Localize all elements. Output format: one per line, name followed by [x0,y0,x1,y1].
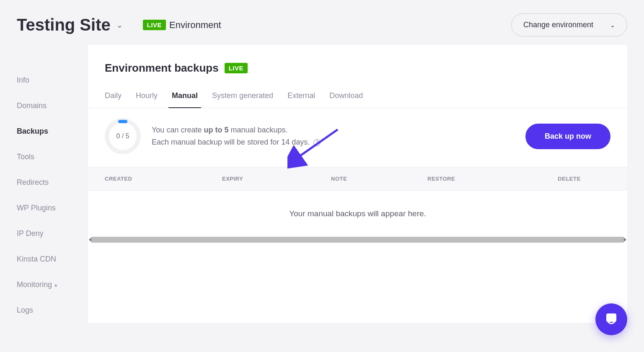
sidebar-item-redirects[interactable]: Redirects [17,170,75,195]
sidebar-item-label: Backups [17,127,48,136]
backups-card: Environment backups LIVE Daily Hourly Ma… [88,45,627,323]
tab-label: Manual [172,91,198,100]
sidebar: Info Domains Backups Tools Redirects WP … [17,45,75,323]
environment-indicator: LIVE Environment [143,20,221,31]
button-label: Back up now [545,132,591,140]
site-title-text: Testing Site [17,16,111,34]
tab-label: System generated [212,91,273,100]
chat-icon [604,312,619,327]
chevron-down-icon: ⌄ [610,22,615,28]
sidebar-item-wp-plugins[interactable]: WP Plugins [17,195,75,221]
info-text-segment: manual backups. [228,126,287,134]
column-created: CREATED [105,176,222,182]
live-badge: LIVE [143,20,166,30]
sidebar-item-monitoring[interactable]: Monitoring ▴ [17,272,75,298]
backup-count-gauge: 0 / 5 [105,118,141,154]
gauge-text: 0 / 5 [105,118,141,154]
backup-now-button[interactable]: Back up now [525,124,610,149]
change-environment-label: Change environment [523,21,593,29]
tab-external[interactable]: External [287,87,315,108]
sidebar-item-info[interactable]: Info [17,67,75,93]
sidebar-item-label: Domains [17,101,47,110]
tab-hourly[interactable]: Hourly [136,87,158,108]
environment-label: Environment [169,20,221,31]
column-delete: DELETE [528,176,610,182]
manual-backup-info: 0 / 5 You can create up to 5 manual back… [88,108,627,167]
card-header: Environment backups LIVE [88,62,627,87]
info-text-bold: up to 5 [204,126,228,134]
sidebar-item-ip-deny[interactable]: IP Deny [17,221,75,246]
sidebar-item-label: Info [17,76,29,85]
bell-icon: ▴ [54,282,57,288]
sidebar-item-label: Redirects [17,178,49,187]
column-expiry: EXPIRY [222,176,331,182]
sidebar-item-label: WP Plugins [17,204,56,212]
chevron-down-icon: ⌄ [116,21,123,30]
tab-label: Daily [105,91,122,100]
backup-tabs: Daily Hourly Manual System generated Ext… [88,87,627,108]
tab-label: Download [329,91,363,100]
sidebar-item-label: IP Deny [17,229,44,238]
site-title[interactable]: Testing Site ⌄ [17,16,123,34]
empty-state-message: Your manual backups will appear here. [88,191,627,237]
sidebar-item-label: Monitoring [17,280,52,289]
sidebar-item-domains[interactable]: Domains [17,93,75,119]
tab-daily[interactable]: Daily [105,87,122,108]
live-badge: LIVE [225,63,248,73]
sidebar-item-label: Logs [17,306,33,315]
info-text-segment: You can create [152,126,204,134]
tab-download[interactable]: Download [329,87,363,108]
chat-launcher-button[interactable] [595,303,627,335]
sidebar-item-logs[interactable]: Logs [17,298,75,323]
sidebar-item-backups[interactable]: Backups [17,119,75,144]
tab-label: External [287,91,315,100]
tab-system-generated[interactable]: System generated [212,87,273,108]
tab-label: Hourly [136,91,158,100]
backup-table-header: CREATED EXPIRY NOTE RESTORE DELETE [88,167,627,191]
help-icon[interactable]: ? [313,139,321,146]
tab-manual[interactable]: Manual [172,87,198,108]
sidebar-item-label: Kinsta CDN [17,255,56,264]
column-restore: RESTORE [427,176,528,182]
column-note: NOTE [331,176,427,182]
sidebar-item-label: Tools [17,153,34,161]
horizontal-scrollbar[interactable] [91,237,624,243]
info-text: You can create up to 5 manual backups. E… [152,124,321,148]
sidebar-item-tools[interactable]: Tools [17,144,75,170]
sidebar-item-kinsta-cdn[interactable]: Kinsta CDN [17,246,75,272]
change-environment-button[interactable]: Change environment ⌄ [511,13,627,36]
info-text-segment: Each manual backup will be stored for 14… [152,138,310,146]
page-header: Testing Site ⌄ LIVE Environment Change e… [0,0,644,45]
card-title: Environment backups [105,62,219,75]
